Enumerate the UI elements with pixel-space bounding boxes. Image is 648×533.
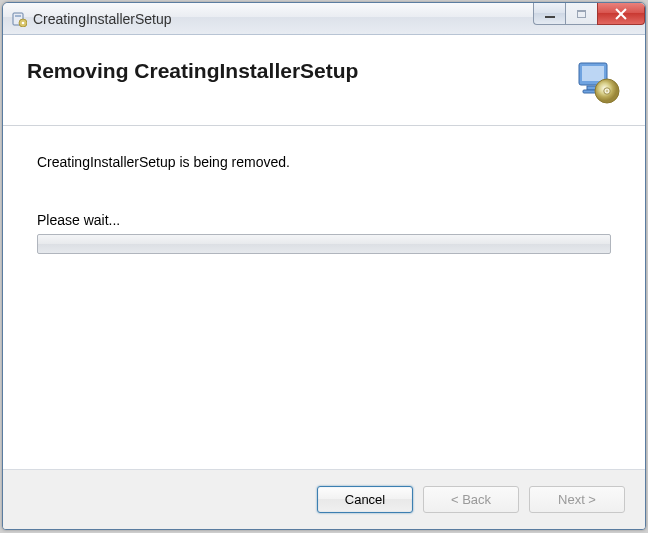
wizard-header: Removing CreatingInstallerSetup (3, 35, 645, 126)
svg-rect-1 (15, 15, 21, 17)
page-title: Removing CreatingInstallerSetup (27, 59, 358, 83)
svg-rect-5 (582, 66, 604, 81)
cancel-button[interactable]: Cancel (317, 486, 413, 513)
progress-bar (37, 234, 611, 254)
wizard-footer: Cancel < Back Next > (3, 469, 645, 529)
wizard-content: CreatingInstallerSetup is being removed.… (3, 126, 645, 469)
computer-disc-icon (573, 57, 621, 105)
titlebar[interactable]: CreatingInstallerSetup (3, 3, 645, 35)
maximize-icon (577, 10, 586, 18)
svg-point-3 (22, 21, 25, 24)
installer-window: CreatingInstallerSetup Removing Creating… (2, 2, 646, 530)
close-button[interactable] (597, 3, 645, 25)
window-controls (533, 3, 645, 25)
next-button: Next > (529, 486, 625, 513)
window-title: CreatingInstallerSetup (33, 11, 172, 27)
status-text: CreatingInstallerSetup is being removed. (37, 154, 611, 170)
svg-point-10 (606, 90, 608, 92)
installer-icon (11, 11, 27, 27)
wait-label: Please wait... (37, 212, 611, 228)
maximize-button (565, 3, 597, 25)
minimize-icon (545, 16, 555, 18)
back-button: < Back (423, 486, 519, 513)
minimize-button[interactable] (533, 3, 565, 25)
close-icon (615, 8, 627, 20)
